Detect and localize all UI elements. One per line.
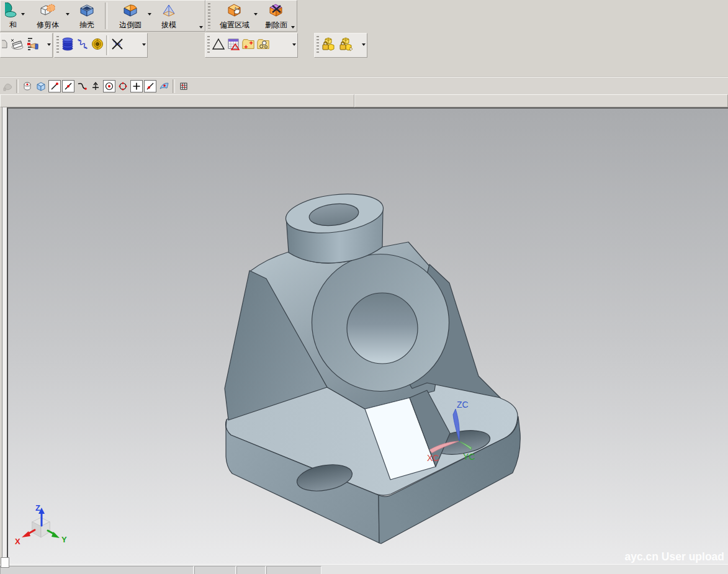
offset-region-button[interactable]: 偏置区域 — [212, 1, 258, 31]
spring-coil-icon — [61, 37, 74, 51]
control-point-button[interactable] — [21, 79, 34, 92]
reorder-button[interactable] — [25, 35, 38, 53]
unite-button[interactable]: 和 — [1, 1, 25, 31]
snap-separator — [16, 79, 19, 93]
watermark-text: ayc.cn User upload — [625, 550, 724, 563]
grid-point-button[interactable] — [178, 79, 190, 92]
wcs-x-label: XC — [427, 453, 439, 463]
cue-status-panel — [354, 94, 728, 107]
trim-body-button[interactable]: 修剪体 — [25, 1, 70, 31]
folder-circles-icon — [256, 37, 270, 51]
synchronous-toolbar-overflow-caret[interactable] — [291, 26, 295, 29]
resize-grip[interactable] — [1, 557, 9, 568]
lock-toolbar-dropdown-caret[interactable] — [362, 43, 366, 46]
cylinder-bore — [347, 293, 418, 364]
snap-curve-end-button[interactable] — [76, 79, 88, 92]
snap-arc-center-button[interactable] — [103, 80, 115, 92]
edge-blend-label: 边倒圆 — [119, 20, 142, 29]
analysis-toolbar-dropdown-caret[interactable] — [292, 43, 296, 46]
nx-window: 和 修剪体 — [0, 0, 728, 574]
snap-midpoint-button[interactable] — [62, 80, 74, 92]
clipped-icon-button[interactable] — [1, 35, 9, 53]
intersection-icon — [91, 81, 101, 91]
folder-circles-button[interactable] — [256, 35, 270, 53]
folder-points-icon — [241, 37, 255, 51]
wcs-y-label: YC — [463, 452, 475, 462]
control-point-icon — [22, 81, 33, 92]
spring-ext-button[interactable] — [76, 35, 89, 53]
edit-feature-toolbar — [0, 33, 53, 58]
status-segment — [194, 566, 236, 574]
datum-table-button[interactable] — [227, 35, 240, 53]
snap-separator — [173, 79, 175, 93]
snap-disabled-icon — [2, 81, 13, 91]
triad-z-label: Z — [35, 503, 40, 513]
solid-snap-button[interactable] — [35, 79, 47, 92]
snap-point-on-curve-button[interactable] — [144, 80, 156, 92]
analysis-toolbar — [205, 33, 298, 58]
washer-coil-icon — [91, 37, 104, 51]
snap-existing-point-button[interactable] — [130, 80, 143, 92]
midpoint-icon — [63, 81, 73, 91]
washer-coil-button[interactable] — [91, 35, 104, 53]
eraser-icon — [10, 37, 24, 51]
no-spring-button[interactable] — [110, 35, 124, 53]
arc-center-icon — [104, 81, 114, 91]
toolbar-grip[interactable] — [317, 36, 319, 55]
reorder-hand-icon — [25, 37, 38, 51]
triad-y-label: Y — [61, 535, 67, 544]
toolbar-dock: 和 修剪体 — [0, 0, 728, 76]
status-bar — [0, 564, 728, 574]
spring-toolbar-dropdown-caret[interactable] — [142, 43, 146, 46]
edit-feature-dropdown-caret[interactable] — [47, 43, 51, 46]
trim-body-dropdown-caret[interactable] — [66, 13, 70, 16]
locked-box-button[interactable] — [321, 35, 337, 53]
toolbar-grip[interactable] — [208, 3, 210, 29]
edge-blend-button[interactable]: 边倒圆 — [109, 1, 152, 31]
shell-icon — [79, 2, 95, 19]
spring-ext-icon — [76, 37, 89, 51]
grid-point-icon — [179, 81, 189, 91]
eraser-button[interactable] — [10, 35, 24, 53]
graphics-viewport[interactable]: ZC XC YC Z — [7, 107, 728, 564]
graphics-area: ZC XC YC Z — [0, 107, 728, 564]
feature-toolbar-overflow-caret[interactable] — [199, 26, 203, 29]
feature-toolbar: 和 修剪体 — [0, 0, 205, 32]
triangle-button[interactable] — [212, 35, 225, 53]
draft-icon — [161, 2, 177, 19]
locked-box-alt-button[interactable] — [338, 35, 354, 53]
lock-toolbar — [314, 33, 367, 58]
clipped-icon — [2, 38, 8, 50]
toolbar-separator — [105, 2, 107, 29]
snap-quadrant-button[interactable] — [117, 79, 129, 92]
toolbar-separator — [106, 35, 109, 55]
delete-face-button[interactable]: 删除面 — [258, 1, 295, 31]
trim-body-icon — [40, 2, 56, 19]
toolbar-grip[interactable] — [207, 36, 210, 55]
quadrant-icon — [118, 81, 128, 91]
unite-dropdown-caret[interactable] — [21, 13, 25, 16]
folder-points-button[interactable] — [241, 35, 255, 53]
triad-x-label: X — [15, 537, 20, 546]
cue-bar — [0, 94, 728, 107]
shell-label: 抽壳 — [79, 20, 94, 29]
delete-face-icon — [268, 2, 284, 19]
resource-bar-strip[interactable] — [0, 107, 7, 564]
snap-intersection-button[interactable] — [89, 79, 102, 92]
trim-body-label: 修剪体 — [37, 20, 59, 29]
toolbar-grip[interactable] — [56, 36, 59, 55]
snap-point-toolbar — [0, 76, 728, 95]
shell-button[interactable]: 抽壳 — [70, 1, 104, 31]
edge-blend-dropdown-caret[interactable] — [148, 13, 151, 16]
solid-snap-icon — [35, 81, 47, 92]
snap-point-on-face-button[interactable] — [158, 79, 170, 92]
draft-label: 拔模 — [161, 20, 176, 29]
locked-box-alt-icon — [338, 37, 354, 52]
unite-label: 和 — [9, 20, 17, 29]
spring-coil-button[interactable] — [61, 35, 74, 53]
draft-button[interactable]: 拔模 — [152, 1, 186, 31]
snap-endpoint-button[interactable] — [48, 80, 61, 92]
curve-end-icon — [77, 81, 87, 91]
unite-icon — [5, 2, 21, 19]
snap-disabled-button — [1, 79, 14, 92]
